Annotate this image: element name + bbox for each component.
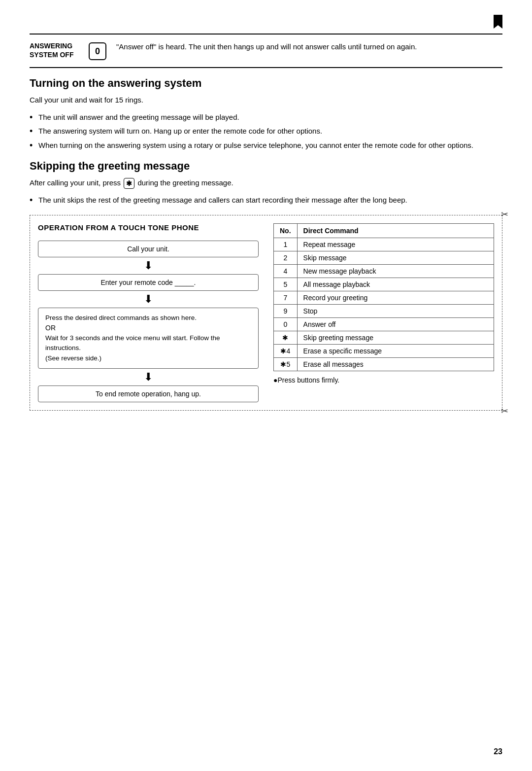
table-cell-no: 9: [274, 304, 298, 317]
table-cell-cmd: Answer off: [297, 317, 494, 331]
table-cell-no: 7: [274, 291, 298, 304]
table-cell-cmd: New message playback: [297, 264, 494, 278]
op-left: OPERATION FROM A TOUCH TONE PHONE Call y…: [38, 223, 259, 402]
table-row: 4New message playback: [274, 264, 494, 278]
page-number: 23: [494, 747, 502, 756]
table-row: 5All message playback: [274, 278, 494, 291]
op-box-title: OPERATION FROM A TOUCH TONE PHONE: [38, 223, 199, 232]
scissors-bottom-icon: ✂: [501, 406, 508, 417]
table-cell-no: 2: [274, 251, 298, 264]
table-cell-cmd: All message playback: [297, 278, 494, 291]
skipping-heading: Skipping the greeting message: [30, 160, 502, 173]
ans-off-label: ANSWERING SYSTEM OFF: [30, 41, 79, 59]
col-header-no: No.: [274, 223, 298, 238]
table-cell-no: 4: [274, 264, 298, 278]
flow-arrow-3: ⬇: [38, 372, 259, 383]
table-cell-cmd: Skip greeting message: [297, 331, 494, 344]
table-row: 9Stop: [274, 304, 494, 317]
or-text: OR: [45, 324, 56, 332]
direct-command-table: No. Direct Command 1Repeat message2Skip …: [273, 223, 494, 371]
table-row: 0Answer off: [274, 317, 494, 331]
table-cell-cmd: Erase all messages: [297, 357, 494, 371]
turning-on-heading: Turning on the answering system: [30, 77, 502, 90]
turning-on-bullets: The unit will answer and the greeting me…: [30, 112, 502, 151]
list-item: The unit will answer and the greeting me…: [30, 112, 502, 123]
list-item: The unit skips the rest of the greeting …: [30, 195, 502, 206]
press-note: ●Press buttons firmly.: [273, 376, 494, 384]
bookmark-icon: [494, 15, 502, 29]
answering-system-off-section: ANSWERING SYSTEM OFF 0 "Answer off" is h…: [30, 34, 502, 68]
flow-step-1: Call your unit.: [38, 241, 259, 257]
skipping-bullets: The unit skips the rest of the greeting …: [30, 195, 502, 206]
star-key: ✱: [124, 178, 134, 189]
table-cell-no: ✱4: [274, 344, 298, 357]
table-cell-no: 5: [274, 278, 298, 291]
table-cell-cmd: Stop: [297, 304, 494, 317]
operation-box-wrapper: ✂ OPERATION FROM A TOUCH TONE PHONE Call…: [30, 215, 502, 411]
table-cell-no: ✱: [274, 331, 298, 344]
table-cell-no: ✱5: [274, 357, 298, 371]
flow-step-2: Enter your remote code _____.: [38, 274, 259, 291]
flow-step-3: Press the desired direct commands as sho…: [38, 308, 259, 369]
flow-arrow-1: ⬇: [38, 260, 259, 271]
table-row: ✱Skip greeting message: [274, 331, 494, 344]
table-cell-no: 1: [274, 238, 298, 251]
list-item: When turning on the answering system usi…: [30, 140, 502, 151]
table-row: ✱4Erase a specific message: [274, 344, 494, 357]
operation-box: OPERATION FROM A TOUCH TONE PHONE Call y…: [30, 215, 502, 411]
skipping-intro: After calling your unit, press ✱ during …: [30, 177, 502, 189]
ans-off-description: "Answer off" is heard. The unit then han…: [116, 41, 502, 53]
top-bar: [30, 15, 502, 29]
op-right: No. Direct Command 1Repeat message2Skip …: [273, 223, 494, 402]
table-cell-cmd: Record your greeting: [297, 291, 494, 304]
flow-step-4: To end remote operation, hang up.: [38, 386, 259, 402]
list-item: The answering system will turn on. Hang …: [30, 126, 502, 137]
table-row: 1Repeat message: [274, 238, 494, 251]
table-cell-cmd: Repeat message: [297, 238, 494, 251]
table-row: 2Skip message: [274, 251, 494, 264]
table-cell-cmd: Skip message: [297, 251, 494, 264]
scissors-top-icon: ✂: [501, 209, 508, 220]
table-row: ✱5Erase all messages: [274, 357, 494, 371]
col-header-cmd: Direct Command: [297, 223, 494, 238]
turning-on-intro: Call your unit and wait for 15 rings.: [30, 95, 502, 106]
table-cell-cmd: Erase a specific message: [297, 344, 494, 357]
table-row: 7Record your greeting: [274, 291, 494, 304]
key-zero: 0: [89, 42, 106, 60]
table-cell-no: 0: [274, 317, 298, 331]
flow-arrow-2: ⬇: [38, 294, 259, 305]
